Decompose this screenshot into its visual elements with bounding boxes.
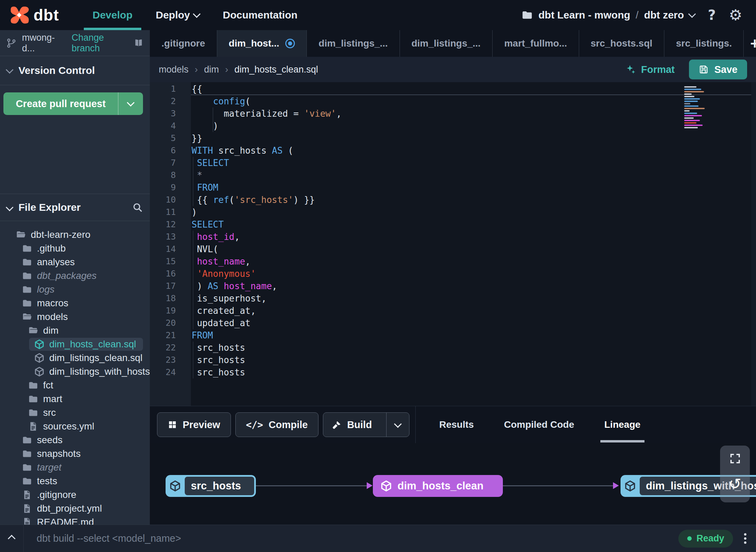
code-line-19[interactable]: 19 created_at, <box>150 305 756 317</box>
create-pr-dropdown[interactable] <box>118 92 143 115</box>
editor-tab-6[interactable]: src_listings. <box>664 30 744 57</box>
file-tree-item[interactable]: fct <box>0 378 150 392</box>
file-tree-item[interactable]: macros <box>0 296 150 310</box>
editor-tab-2[interactable]: dim_listings_... <box>307 30 400 57</box>
code-line-12[interactable]: 12SELECT <box>150 218 756 231</box>
file-tree-item[interactable]: README.md <box>0 515 150 525</box>
format-button[interactable]: Format <box>625 64 675 75</box>
lineage-graph[interactable]: src_hosts dim_hosts_clean dim_listings_w… <box>150 443 756 525</box>
editor-tab-1[interactable]: dim_host... <box>217 30 307 57</box>
file-tree-item[interactable]: .gitignore <box>0 488 150 502</box>
search-icon[interactable] <box>132 202 143 213</box>
editor-tab-4[interactable]: mart_fullmo... <box>493 30 579 57</box>
file-tree-item[interactable]: dbt_packages <box>0 269 150 283</box>
file-tree-item[interactable]: dim_listings_clean.sql <box>0 351 150 365</box>
code-line-5[interactable]: 5}} <box>150 132 756 144</box>
kebab-menu-icon[interactable] <box>742 532 748 545</box>
code-line-8[interactable]: 8 * <box>150 169 756 181</box>
code-line-17[interactable]: 17 ) AS host_name, <box>150 280 756 292</box>
code-line-1[interactable]: 1{{ <box>150 83 756 95</box>
code-line-7[interactable]: 7 SELECT <box>150 157 756 169</box>
file-tree-item[interactable]: .github <box>0 242 150 255</box>
file-tree-item[interactable]: dim_hosts_clean.sql <box>0 337 150 351</box>
file-tree-item[interactable]: snapshots <box>0 447 150 461</box>
code-line-2[interactable]: 2 config( <box>150 95 756 107</box>
code-line-6[interactable]: 6WITH src_hosts AS ( <box>150 144 756 157</box>
lineage-node-dim-hosts-clean[interactable]: dim_hosts_clean <box>373 475 503 497</box>
code-line-21[interactable]: 21FROM <box>150 329 756 342</box>
command-input[interactable]: dbt build --select <model_name> <box>37 533 181 544</box>
preview-button[interactable]: Preview <box>157 412 231 437</box>
code-line-14[interactable]: 14 NVL( <box>150 243 756 255</box>
code-text: created_at, <box>191 305 751 317</box>
file-tree-item[interactable]: logs <box>0 283 150 296</box>
tab-results[interactable]: Results <box>435 406 478 443</box>
code-line-15[interactable]: 15 host_name, <box>150 255 756 268</box>
file-name: target <box>37 462 62 473</box>
code-editor[interactable]: 1{{2 config(3 materialized = 'view',4 )5… <box>150 82 756 406</box>
refresh-icon[interactable]: ↺ <box>729 476 741 491</box>
tab-lineage[interactable]: Lineage <box>600 406 645 443</box>
chevron-right-icon: › <box>195 64 198 75</box>
code-line-4[interactable]: 4 ) <box>150 120 756 132</box>
code-line-3[interactable]: 3 materialized = 'view', <box>150 107 756 120</box>
create-pull-request-button[interactable]: Create pull request <box>3 92 143 115</box>
file-explorer-header[interactable]: File Explorer <box>0 194 150 221</box>
command-bar-toggle[interactable] <box>0 525 24 552</box>
file-tree-item[interactable]: seeds <box>0 433 150 447</box>
code-line-23[interactable]: 23 src_hosts <box>150 354 756 366</box>
new-tab-button[interactable]: + <box>744 30 756 57</box>
node-label: src_hosts <box>185 477 254 495</box>
fullscreen-icon[interactable] <box>729 452 741 465</box>
file-tree-item[interactable]: dim <box>0 324 150 337</box>
code-line-13[interactable]: 13 host_id, <box>150 231 756 243</box>
build-dropdown[interactable] <box>386 413 409 437</box>
nav-develop[interactable]: Develop <box>81 0 144 30</box>
code-line-9[interactable]: 9 FROM <box>150 181 756 194</box>
editor-tab-5[interactable]: src_hosts.sql <box>579 30 665 57</box>
code-line-16[interactable]: 16 'Anonymous' <box>150 268 756 280</box>
file-tree-item[interactable]: dbt-learn-zero <box>0 228 150 242</box>
file-tree-item[interactable]: dbt_project.yml <box>0 502 150 515</box>
file-tree-item[interactable]: models <box>0 310 150 324</box>
file-name: README.md <box>37 517 94 525</box>
lineage-node-src-hosts[interactable]: src_hosts <box>166 475 256 497</box>
compile-label: Compile <box>269 419 308 431</box>
file-tree-item[interactable]: mart <box>0 392 150 406</box>
build-main[interactable]: Build <box>323 413 381 437</box>
help-button[interactable]: ? <box>708 7 716 23</box>
code-line-20[interactable]: 20 updated_at <box>150 317 756 329</box>
nav-documentation[interactable]: Documentation <box>211 0 309 30</box>
lineage-edge <box>503 485 613 486</box>
code-line-10[interactable]: 10 {{ ref('src_hosts') }} <box>150 194 756 206</box>
nav-deploy[interactable]: Deploy <box>144 0 211 30</box>
graph-controls[interactable]: ↺ <box>720 446 750 502</box>
file-tree-item[interactable]: target <box>0 461 150 474</box>
line-number: 10 <box>150 194 191 206</box>
editor-tab-0[interactable]: .gitignore <box>150 30 217 57</box>
code-line-24[interactable]: 24 src_hosts <box>150 366 756 378</box>
breadcrumb-models[interactable]: models <box>159 64 188 75</box>
file-tree-item[interactable]: analyses <box>0 255 150 269</box>
docs-book-icon[interactable] <box>133 37 144 49</box>
build-button[interactable]: Build <box>323 412 410 437</box>
file-tree-item[interactable]: sources.yml <box>0 420 150 433</box>
editor-tab-3[interactable]: dim_listings_... <box>400 30 493 57</box>
editor-minimap[interactable] <box>684 86 705 128</box>
change-branch-link[interactable]: Change branch <box>71 33 128 54</box>
tab-compiled-code[interactable]: Compiled Code <box>500 406 578 443</box>
breadcrumb-dim[interactable]: dim <box>204 64 219 75</box>
file-tree-item[interactable]: dim_listings_with_hosts... <box>0 365 150 378</box>
file-tree-item[interactable]: src <box>0 406 150 420</box>
results-label: Results <box>439 419 474 430</box>
code-line-11[interactable]: 11) <box>150 206 756 218</box>
dbt-logo[interactable]: dbt <box>0 0 59 30</box>
compile-button[interactable]: </> Compile <box>235 412 318 437</box>
version-control-header[interactable]: Version Control <box>0 56 150 85</box>
save-button[interactable]: Save <box>689 60 747 79</box>
settings-gear-icon[interactable]: ⚙ <box>729 8 742 23</box>
project-selector[interactable]: dbt Learn - mwong / dbt zero <box>521 9 695 21</box>
code-line-22[interactable]: 22 src_hosts <box>150 342 756 354</box>
file-tree-item[interactable]: tests <box>0 474 150 488</box>
code-line-18[interactable]: 18 is_superhost, <box>150 292 756 305</box>
